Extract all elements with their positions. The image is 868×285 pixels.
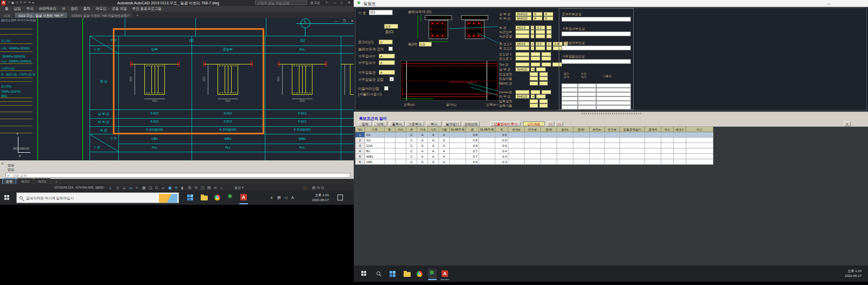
- help-search-input[interactable]: 키워드 또는 구절 입력: [255, 1, 307, 5]
- layout-tab-3[interactable]: +: [52, 179, 61, 184]
- drawing-canvas[interactable]: [평면도][2D 와이어프레임] — ❐ ✕ 강도(fy) :이하 : 400M…: [0, 18, 354, 160]
- rebar-field[interactable]: [535, 46, 545, 50]
- grid-header-0[interactable]: No: [355, 127, 365, 132]
- mini-table-cell[interactable]: [578, 96, 596, 101]
- status-toggle-icon[interactable]: %: [194, 186, 197, 190]
- rebar-field[interactable]: [539, 103, 548, 108]
- status-toggle-icon[interactable]: ▱: [162, 186, 164, 190]
- grid-header-8[interactable]: SLAB두께: [450, 127, 466, 132]
- mini-table-cell[interactable]: [596, 88, 631, 92]
- grid-header-4[interactable]: 본: [406, 127, 417, 132]
- rebar-field[interactable]: HD13: [515, 25, 529, 30]
- coordinates-readout[interactable]: 2570549.534, -674764.665, 0.000: [54, 186, 103, 189]
- form-bottom-include-checkbox[interactable]: ✓: [390, 77, 394, 81]
- rebar-field[interactable]: [531, 30, 534, 34]
- mark-input[interactable]: G1: [369, 10, 393, 15]
- status-toggle-icon[interactable]: L: [110, 186, 112, 190]
- apply-formula-button[interactable]: 산식적용: [523, 121, 545, 126]
- grid-row-3[interactable]: 3G2ACAAA0.80.6: [355, 143, 713, 148]
- mini-table-cell[interactable]: [561, 92, 578, 96]
- status-toggle-icon[interactable]: ◲: [149, 186, 152, 190]
- status-toggle-icon[interactable]: ▦: [142, 186, 146, 190]
- grid-header-17[interactable]: 보폭w-: [590, 127, 605, 132]
- rebar-field[interactable]: [536, 94, 546, 99]
- linetype-dropdown[interactable]: 실선 ▾: [234, 186, 244, 189]
- grid-header-20[interactable]: 공제폭: [645, 127, 661, 132]
- rebar-field[interactable]: /: [531, 42, 534, 46]
- grid-row-5[interactable]: 5WB1CAAA0.70.4: [355, 154, 713, 159]
- rebar-field[interactable]: 2: [546, 42, 552, 46]
- grid-row-1[interactable]: 1G1CAAA0.80.5: [355, 132, 713, 138]
- signin-label[interactable]: 로그인: [310, 1, 320, 4]
- rebar-field[interactable]: SHD22: [515, 12, 532, 16]
- rebar-field[interactable]: [515, 90, 529, 94]
- start-button-icon[interactable]: [4, 195, 10, 200]
- rebar-field[interactable]: [546, 30, 552, 34]
- file-explorer-icon[interactable]: [201, 196, 208, 200]
- status-toggle-icon[interactable]: ▮: [181, 186, 183, 190]
- rebar-field[interactable]: [546, 34, 552, 38]
- qat-icon-5[interactable]: ↷: [28, 1, 30, 5]
- status-toggle-icon[interactable]: ▭: [129, 186, 133, 190]
- nav-button[interactable]: >>: [556, 121, 563, 126]
- grid-row-6[interactable]: 6CB1CAAA0.60.3: [355, 159, 713, 165]
- mini-table-cell[interactable]: [578, 105, 596, 109]
- mini-table-cell[interactable]: [596, 92, 631, 96]
- start-button-icon[interactable]: [361, 271, 367, 276]
- command-close-icon[interactable]: ✕: [1, 162, 4, 165]
- rebar-field[interactable]: 0.2: [535, 42, 545, 46]
- rebar-field[interactable]: +: [531, 67, 535, 72]
- grid-header-5[interactable]: 거내: [417, 127, 428, 132]
- qat-icon-4[interactable]: ↶: [23, 1, 26, 5]
- rebar-field[interactable]: [541, 52, 551, 56]
- rebar-field[interactable]: [546, 25, 552, 30]
- qat-icon-1[interactable]: ▣: [11, 1, 15, 5]
- grid-header-22[interactable]: 세대수: [674, 127, 686, 132]
- rebar-field[interactable]: 0.2: [535, 25, 545, 30]
- rebar-field[interactable]: [535, 34, 545, 38]
- mini-table-cell[interactable]: [561, 88, 578, 92]
- grid-header-16[interactable]: 공제l-: [573, 127, 590, 132]
- autocad-taskbar-icon[interactable]: A: [240, 194, 247, 200]
- reinforcement-input[interactable]: [561, 59, 631, 64]
- qat-icon-0[interactable]: □: [8, 1, 10, 5]
- rebar-field[interactable]: 6: [544, 16, 553, 21]
- status-toggle-icon[interactable]: ∠: [123, 186, 126, 190]
- new-tab-button[interactable]: +: [133, 13, 141, 18]
- ilram-app-icon[interactable]: ✱: [227, 193, 232, 199]
- toolbar-button-6[interactable]: 전체선택: [462, 121, 480, 126]
- qat-icon-6[interactable]: ▾: [33, 1, 34, 5]
- autocad-taskbar-icon[interactable]: A: [442, 270, 448, 277]
- form-inner-input[interactable]: A: [379, 54, 395, 59]
- rebar-field[interactable]: +: [531, 94, 535, 99]
- rebar-field[interactable]: [541, 56, 551, 61]
- status-toggle-icon[interactable]: ⌂: [220, 186, 222, 190]
- toolbar-button-3[interactable]: 기호복사: [406, 121, 424, 126]
- rebar-field[interactable]: [536, 67, 546, 72]
- taskbar-search-box[interactable]: 검색하려면 여기에 입력하십시: [16, 192, 179, 203]
- clock-time[interactable]: 오후 1:20: [831, 269, 861, 273]
- grid-header-11[interactable]: 폭: [495, 127, 508, 132]
- chrome-icon[interactable]: [417, 271, 423, 277]
- minimize-button[interactable]: —: [827, 2, 831, 5]
- rebar-field[interactable]: [529, 72, 538, 76]
- task-view-icon[interactable]: [390, 271, 395, 277]
- command-input[interactable]: ▸ 명령 입력: [5, 173, 350, 178]
- qat-icon-3[interactable]: ≡: [20, 1, 22, 5]
- grid-row-4[interactable]: 4B1CAAA0.70.4: [355, 148, 713, 154]
- notification-center-icon[interactable]: [337, 195, 343, 200]
- grid-header-19[interactable]: 형틀공제길이: [620, 127, 645, 132]
- search-icon[interactable]: [376, 271, 380, 275]
- grid-header-14[interactable]: 공제l: [541, 127, 557, 132]
- rebar-field[interactable]: [531, 56, 540, 61]
- rebar-field[interactable]: SHD22: [515, 67, 529, 72]
- toolbar-button-2[interactable]: 줄복사: [390, 121, 405, 126]
- mini-table-cell[interactable]: [561, 101, 578, 105]
- status-toggle-icon[interactable]: #: [97, 186, 99, 190]
- rebar-field[interactable]: [529, 81, 538, 86]
- rebar-field[interactable]: [539, 72, 548, 76]
- file-tab-2[interactable]: 220531 일광 이천리 768-7(설계변경후)*: [68, 12, 134, 18]
- help-icon[interactable]: ?: [326, 1, 327, 4]
- form-bottom-input[interactable]: A: [379, 70, 395, 75]
- reinforcement-input[interactable]: [561, 31, 631, 36]
